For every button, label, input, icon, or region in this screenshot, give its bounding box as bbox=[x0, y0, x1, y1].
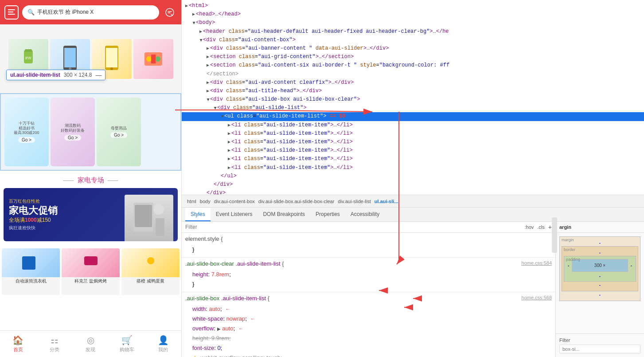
mobile-logo bbox=[4, 5, 19, 20]
style-selector-element: element.style { bbox=[185, 235, 552, 244]
breadcrumb-body[interactable]: body bbox=[198, 199, 212, 204]
tab-dom-breakpoints[interactable]: DOM Breakpoints bbox=[258, 208, 310, 221]
dom-line-banner[interactable]: ▶<div class="aui-banner-content " data-a… bbox=[182, 44, 644, 53]
dom-line-slide-list[interactable]: ▶<div class="aui-slide-list"> bbox=[182, 104, 644, 112]
svg-rect-8 bbox=[64, 48, 76, 67]
nav-label-discover: 发现 bbox=[86, 346, 95, 353]
dom-line-content-box[interactable]: ▶<div class="aui-content-box"> bbox=[182, 36, 644, 44]
style-source-1[interactable]: home.css:584 bbox=[522, 259, 552, 267]
dom-line-li-2[interactable]: ▶<li class="aui-slide-item-item">…</li> bbox=[182, 129, 644, 138]
nav-item-mine[interactable]: 👤 我的 bbox=[145, 335, 181, 353]
breadcrumb-slide-list[interactable]: div.aui-slide-list bbox=[336, 199, 372, 204]
discover-icon: ◎ bbox=[87, 335, 94, 345]
tab-accessibility[interactable]: Accessibility bbox=[345, 208, 385, 221]
tab-styles[interactable]: Styles bbox=[185, 208, 211, 221]
search-icon: 🔍 bbox=[27, 9, 35, 16]
dom-line-body[interactable]: ▶<body> bbox=[182, 19, 644, 27]
devtools-bottom: :hov .cls + element.style { } .aui-slide… bbox=[182, 222, 644, 357]
box-padding: padding - 300 × - - bbox=[564, 256, 636, 282]
carousel-img-toy bbox=[133, 39, 173, 79]
dom-line-li-5[interactable]: ▶<li class="aui-slide-item-item">…</li> bbox=[182, 155, 644, 163]
svg-rect-11 bbox=[106, 48, 117, 67]
svg-rect-2 bbox=[8, 14, 15, 15]
nav-label-mine: 我的 bbox=[158, 346, 168, 353]
filter-cls[interactable]: .cls bbox=[537, 224, 545, 230]
appliance-image bbox=[125, 195, 173, 241]
dom-line-li-1[interactable]: ▶<li class="aui-slide-item-item">…</li> bbox=[182, 121, 644, 129]
nav-item-cart[interactable]: 🛒 购物车 bbox=[109, 335, 145, 353]
dom-line-avd[interactable]: ▶<div class="aui-avd-content clearfix">…… bbox=[182, 78, 644, 87]
styles-filter-input[interactable] bbox=[185, 224, 521, 230]
mobile-search-bar[interactable]: 🔍 手机狂欢节 抢 iPhone X bbox=[22, 5, 159, 20]
dom-line-title-head[interactable]: ▶<div class="aui-title-head">…</div> bbox=[182, 87, 644, 95]
svg-point-15 bbox=[155, 56, 160, 62]
product-card-2: 科克兰 盐焗烤烤 bbox=[62, 248, 120, 295]
tooltip-minus[interactable]: — bbox=[95, 71, 101, 78]
nav-item-category[interactable]: ⚏ 分类 bbox=[36, 335, 73, 353]
scrollbar[interactable] bbox=[552, 222, 555, 253]
dom-line-li-6[interactable]: ▶<li class="aui-slide-item-item">…</li> bbox=[182, 164, 644, 172]
section-title: 家电专场 bbox=[78, 176, 104, 184]
tab-event-listeners[interactable]: Event Listeners bbox=[211, 208, 258, 221]
cart-icon: 🛒 bbox=[121, 335, 133, 345]
svg-rect-1 bbox=[8, 12, 13, 12]
style-block-element: element.style { } bbox=[182, 233, 555, 258]
dom-tree[interactable]: ▶<html> ▶<head>…</head> ▶<body> ▶<header… bbox=[182, 0, 644, 195]
tooltip-classname: ul.aui-slide-item-list bbox=[10, 72, 60, 78]
filter-hov[interactable]: :hov bbox=[525, 224, 534, 230]
product-card-3: 搭橙 咸鸭蛋黄 bbox=[121, 248, 180, 295]
breadcrumb-html[interactable]: html bbox=[185, 199, 198, 204]
message-icon[interactable] bbox=[163, 5, 177, 20]
svg-rect-5 bbox=[25, 49, 32, 52]
dom-line-ul-close[interactable]: </ul> bbox=[182, 172, 644, 180]
dom-line-head[interactable]: ▶<head>…</head> bbox=[182, 10, 644, 19]
svg-rect-21 bbox=[22, 256, 35, 270]
svg-rect-0 bbox=[8, 9, 15, 10]
svg-rect-16 bbox=[151, 55, 156, 63]
breadcrumb-content-box[interactable]: div.aui-content-box bbox=[212, 199, 257, 204]
nav-label-cart: 购物车 bbox=[120, 346, 134, 353]
slide-item-section: 十万千钻精选好书最高300减200 Go > 潮流数码好数码好装备 Go > 母… bbox=[0, 93, 181, 171]
style-rule-empty: } bbox=[185, 245, 552, 255]
box-margin: margin - border - padding - bbox=[559, 236, 640, 301]
filter-plus[interactable]: + bbox=[548, 224, 552, 231]
dom-line-section-close[interactable]: </section> bbox=[182, 70, 644, 78]
dom-line-grid[interactable]: ▶<section class="aui-grid-content">…</se… bbox=[182, 53, 644, 61]
nav-item-home[interactable]: 🏠 首页 bbox=[0, 335, 36, 353]
breadcrumb-slide-box[interactable]: div.aui-slide-box.aui-slide-box-clear bbox=[257, 199, 336, 204]
mine-icon: 👤 bbox=[158, 335, 169, 345]
style-rule-fontsize: font-size: 0; bbox=[185, 343, 552, 353]
dom-line-li-4[interactable]: ▶<li class="aui-slide-item-item">…</li> bbox=[182, 146, 644, 155]
nav-item-discover[interactable]: ◎ 发现 bbox=[73, 335, 109, 353]
style-rule-overflow: overflow: ▶ auto; ← bbox=[185, 324, 552, 333]
product-grid: 自动滚筒洗衣机 科克兰 盐焗烤烤 搭橙 咸鸭蛋黄 bbox=[0, 248, 181, 295]
nav-label-category: 分类 bbox=[50, 346, 59, 353]
dom-line-div-close-1[interactable]: </div> bbox=[182, 180, 644, 189]
style-selector-1: .aui-slide-box-clear .aui-slide-item-lis… bbox=[185, 259, 552, 269]
style-block-2: .aui-slide-box .aui-slide-item-list { ho… bbox=[182, 292, 555, 357]
dom-line-ul-selected[interactable]: ▶<ul class="aui-slide-item-list"> == $0 bbox=[182, 112, 644, 121]
svg-point-26 bbox=[147, 257, 154, 264]
section-header: 家电专场 bbox=[0, 171, 181, 188]
devtools-tabs: Styles Event Listeners DOM Breakpoints P… bbox=[182, 208, 644, 222]
box-content-value: 300 × bbox=[594, 263, 605, 268]
svg-point-19 bbox=[153, 204, 164, 215]
filter-panel: Filter bbox=[556, 333, 644, 357]
mobile-bottom-nav: 🏠 首页 ⚏ 分类 ◎ 发现 🛒 购物车 👤 我的 bbox=[0, 330, 181, 357]
dom-line-header[interactable]: ▶<header class="aui-header-default aui-h… bbox=[182, 27, 644, 36]
svg-rect-18 bbox=[135, 205, 152, 227]
filter-panel-input[interactable] bbox=[559, 345, 640, 353]
svg-rect-20 bbox=[156, 218, 164, 236]
dom-line-slide-box[interactable]: ▶<div class="aui-slide-box aui-slide-box… bbox=[182, 95, 644, 104]
promo-text: 百万红包任性抢 家电大促销 全场满1000减150 疯狂速抢快快 bbox=[9, 198, 58, 231]
product-name-3: 搭橙 咸鸭蛋黄 bbox=[121, 277, 180, 285]
tab-properties[interactable]: Properties bbox=[310, 208, 345, 221]
mobile-preview-panel: 🔍 手机狂欢节 抢 iPhone X 奶粉 bbox=[0, 0, 182, 357]
style-source-2[interactable]: home.css:568 bbox=[522, 294, 552, 302]
breadcrumb-ul[interactable]: ul.aui-sli... bbox=[373, 199, 400, 204]
dom-line-li-3[interactable]: ▶<li class="aui-slide-item-item">…</li> bbox=[182, 138, 644, 146]
dom-line-section-six[interactable]: ▶<section class="aui-content-six aui-bor… bbox=[182, 61, 644, 70]
style-rule-close-1: } bbox=[185, 279, 552, 289]
dom-line-html[interactable]: ▶<html> bbox=[182, 2, 644, 10]
dom-line-div-close-2[interactable]: </div> bbox=[182, 189, 644, 195]
